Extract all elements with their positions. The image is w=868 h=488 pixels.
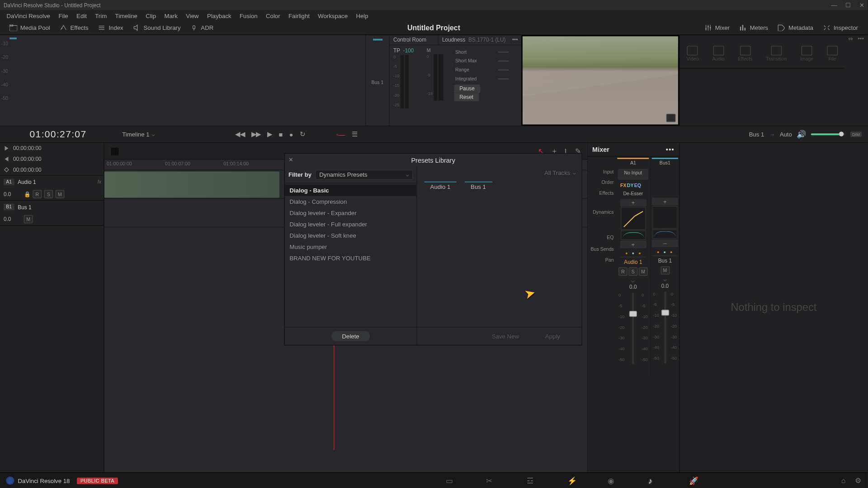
preview-expand-icon[interactable] [666,114,676,122]
menu-davinci-resolve[interactable]: DaVinci Resolve [2,11,54,20]
home-icon[interactable]: ⌂ [841,476,846,484]
menu-mark[interactable]: Mark [160,11,182,20]
fast-forward-icon[interactable]: ▶▶ [251,131,261,138]
preset-item[interactable]: Dialog leveler - Full expander [285,219,416,230]
auto-button[interactable]: Auto [780,131,792,137]
meters-toggle[interactable]: Meters [735,23,773,33]
settings-icon[interactable]: ⚙ [855,476,861,484]
menu-fairlight[interactable]: Fairlight [284,11,314,20]
pan-control[interactable] [652,248,677,256]
menu-workspace[interactable]: Workspace [314,11,352,20]
loop-icon[interactable]: ↻ [300,131,305,138]
sound-library-button[interactable]: Sound Library [128,23,185,33]
preset-track-tab[interactable]: Audio 1 [422,182,459,192]
monitor-volume-slider[interactable] [811,133,845,135]
track-m-button[interactable]: M [24,215,33,223]
output-bus[interactable]: Bus 1 [749,131,764,137]
add-effect-button[interactable]: + [652,198,678,206]
inspector-tab-audio[interactable]: Audio [712,46,724,62]
media-page-icon[interactable]: ▭ [446,476,455,484]
channel-fader[interactable]: 0-5-10-20-30-40-500-5-10-20-30-40-50 [617,291,649,374]
dynamics-graph[interactable] [621,207,646,230]
add-effect-button[interactable]: + [620,199,646,206]
track-s-button[interactable]: S [44,190,53,198]
apply-preset-button[interactable]: Apply [534,331,571,341]
inspector-tab-image[interactable]: Image [800,46,813,62]
menu-file[interactable]: File [54,11,72,20]
preset-item[interactable]: Dialog leveler - Soft knee [285,230,416,241]
timeline-selector[interactable]: Timeline 1⌵ [122,131,155,137]
mixer-channel-a1: A1No InputFX DY EQDe-Esser++Audio 1RSM⌵0… [616,157,651,375]
cut-page-icon[interactable]: ✂ [486,476,495,484]
eq-graph[interactable] [621,230,646,240]
minimize-icon[interactable]: — [831,2,837,8]
mixer-toggle[interactable]: Mixer [700,23,735,33]
close-icon[interactable]: ✕ [859,2,864,8]
rewind-icon[interactable]: ◀◀ [235,131,245,138]
automation-icon[interactable]: ◦— [336,131,345,138]
deliver-page-icon[interactable]: 🚀 [689,476,698,484]
inspector-tab-file[interactable]: File [827,46,838,62]
adr-button[interactable]: ADR [185,23,218,33]
menu-fusion[interactable]: Fusion [236,11,262,20]
media-pool-button[interactable]: Media Pool [5,23,55,33]
edit-page-icon[interactable]: ☲ [527,476,536,484]
inspector-tab-effects[interactable]: Effects [738,46,752,62]
menu-help[interactable]: Help [352,11,373,20]
play-icon[interactable]: ▶ [267,131,272,138]
track-r-button[interactable]: R [33,190,42,198]
bus-meter: Bus 1 [365,35,389,126]
menu-timeline[interactable]: Timeline [111,11,142,20]
fairlight-page-icon[interactable]: ♪ [648,476,658,484]
all-tracks-dropdown[interactable]: All Tracks⌵ [417,167,582,179]
options-icon[interactable]: ☰ [352,131,358,138]
loudness-pause-button[interactable]: Pause [454,84,480,93]
effects-button[interactable]: Effects [55,23,93,33]
menu-view[interactable]: View [182,11,203,20]
inspector-tab-transition[interactable]: Transition [766,46,787,62]
preset-item[interactable]: BRAND NEW FOR YOUTUBE [285,253,416,264]
bus-send-button[interactable]: – [652,239,678,247]
track-m-button[interactable]: M [56,190,65,198]
menu-clip[interactable]: Clip [142,11,160,20]
mixer-menu-icon[interactable]: ••• [666,146,675,153]
metadata-toggle[interactable]: Metadata [773,23,818,33]
dim-button[interactable]: DIM [850,131,862,137]
menu-color[interactable]: Color [262,11,284,20]
bus-send-button[interactable]: + [620,240,646,248]
track-header-b1[interactable]: B1Bus 10.0M [0,201,104,225]
delete-preset-button[interactable]: Delete [331,331,370,341]
inspector-tab-video[interactable]: Video [687,46,699,62]
range-dur[interactable]: 00:00:00:00 [0,164,104,175]
menu-playback[interactable]: Playback [203,11,236,20]
stop-icon[interactable]: ■ [279,131,283,138]
pan-control[interactable] [621,249,646,257]
fusion-page-icon[interactable]: ⚡ [567,476,577,484]
save-new-preset-button[interactable]: Save New [481,331,530,341]
preset-item[interactable]: Music pumper [285,241,416,253]
speaker-icon[interactable]: 🔊 [797,130,806,139]
eq-graph[interactable] [652,229,677,239]
layout-icon[interactable]: ▦ [110,145,119,157]
index-button[interactable]: Index [93,23,128,33]
maximize-icon[interactable]: ☐ [845,2,851,8]
menu-trim[interactable]: Trim [91,11,111,20]
dialog-close-icon[interactable]: ✕ [288,157,293,163]
color-page-icon[interactable]: ◉ [608,476,617,484]
preset-item[interactable]: Dialog - Compression [285,196,416,207]
loudness-reset-button[interactable]: Reset [454,93,479,101]
range-in[interactable]: 00:00:00:00 [0,143,104,154]
preset-item[interactable]: Dialog leveler - Expander [285,207,416,219]
audio-clip[interactable] [104,172,279,198]
record-icon[interactable]: ● [289,131,293,138]
range-out[interactable]: 00:00:00:00 [0,154,104,164]
preset-item[interactable]: Dialog - Basic [285,185,416,196]
dynamics-graph[interactable] [652,206,677,229]
track-header-a1[interactable]: A1Audio 1fx0.0🔒RSM [0,176,104,201]
inspector-toggle[interactable]: Inspector [818,23,863,33]
preset-track-tab[interactable]: Bus 1 [462,182,495,192]
lock-icon[interactable]: 🔒 [24,191,30,197]
filter-dropdown[interactable]: Dynamics Presets⌵ [315,170,413,180]
menu-edit[interactable]: Edit [72,11,91,20]
channel-fader[interactable]: 0-5-10-20-30-40-500-5-10-20-30-40-50 [652,290,678,373]
